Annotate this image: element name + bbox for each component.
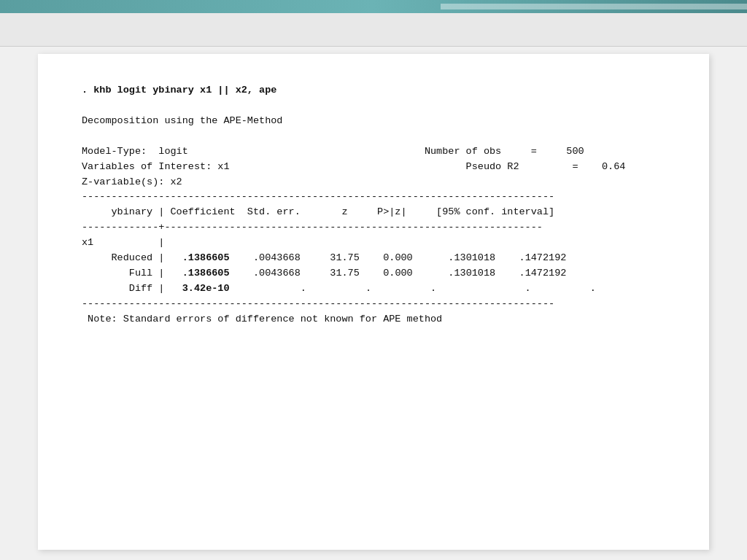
diff-coef: 3.42e-10	[182, 283, 230, 294]
full-p: 0.000	[383, 268, 413, 279]
reduced-coef: .1386605	[182, 252, 230, 263]
row-reduced: Reduced | .1386605 .0043668 31.75 0.000 …	[82, 252, 566, 263]
z-variable: Z-variable(s): x2	[82, 176, 182, 187]
reduced-ci-hi: .1472192	[519, 252, 567, 263]
model-info-block: Model-Type: logit Number of obs = 500 Va…	[82, 146, 625, 187]
reduced-ci-lo: .1301018	[448, 252, 495, 263]
secondary-bar	[0, 13, 747, 47]
pseudo-r2-label: Pseudo R2	[466, 161, 519, 172]
top-bar-stripe	[441, 4, 747, 9]
variables-interest: Variables of Interest: x1	[82, 161, 230, 172]
row-diff: Diff | 3.42e-10 . . . . .	[82, 283, 596, 294]
num-obs-label: Number of obs	[425, 146, 501, 157]
full-ci-hi: .1472192	[519, 268, 567, 279]
separator-full-2: ----------------------------------------…	[82, 298, 554, 309]
top-bar	[0, 0, 747, 13]
pseudo-r2-value: 0.64	[602, 161, 625, 172]
reduced-z: 31.75	[330, 252, 360, 263]
full-z: 31.75	[330, 268, 360, 279]
row-full: Full | .1386605 .0043668 31.75 0.000 .13…	[82, 268, 566, 279]
separator-col: -------------+--------------------------…	[82, 222, 543, 233]
note: Note: Standard errors of difference not …	[82, 314, 442, 324]
column-headers: ybinary | Coefficient Std. err. z P>|z| …	[82, 206, 554, 217]
full-coef: .1386605	[182, 268, 230, 279]
slide-area: . khb logit ybinary x1 || x2, ape Decomp…	[38, 54, 709, 550]
full-se: .0043668	[253, 268, 301, 279]
output-block: . khb logit ybinary x1 || x2, ape Decomp…	[82, 83, 665, 327]
model-type: Model-Type: logit	[82, 146, 188, 157]
full-ci-lo: .1301018	[448, 268, 495, 279]
content-area: . khb logit ybinary x1 || x2, ape Decomp…	[82, 83, 665, 327]
description: Decomposition using the APE-Method	[82, 115, 282, 126]
separator-full-1: ----------------------------------------…	[82, 191, 554, 202]
reduced-se: .0043668	[253, 252, 301, 263]
row-x1: x1 |	[82, 237, 164, 248]
command-line: . khb logit ybinary x1 || x2, ape	[82, 85, 276, 96]
num-obs-value: 500	[566, 146, 584, 157]
reduced-p: 0.000	[383, 252, 413, 263]
